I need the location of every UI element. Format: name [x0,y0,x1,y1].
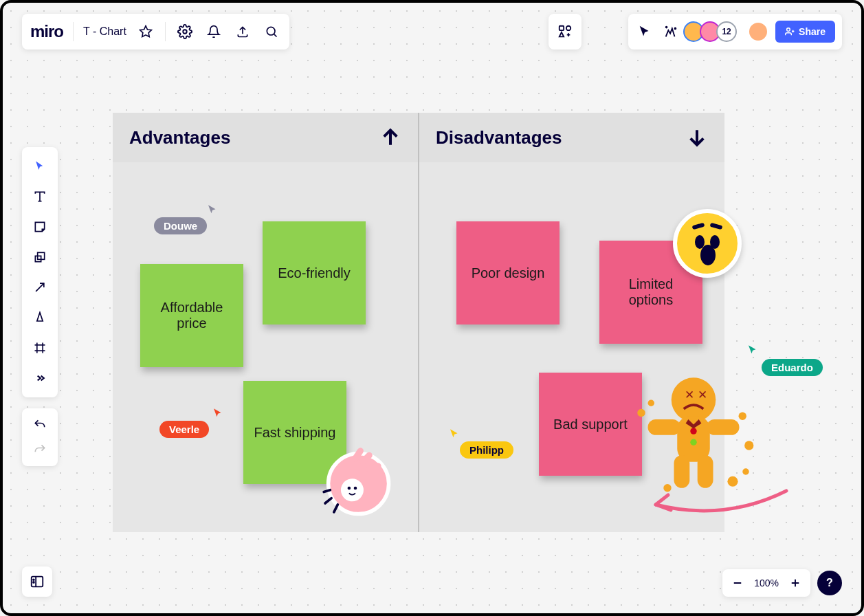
drawn-arrow[interactable] [642,484,793,525]
help-button[interactable]: ? [817,571,842,595]
svg-point-11 [675,28,676,30]
svg-point-10 [666,27,667,28]
text-tool[interactable] [26,183,54,210]
svg-point-6 [566,26,571,30]
zoom-level[interactable]: 100% [754,578,779,588]
redo-button[interactable] [26,437,54,462]
arrow-tool[interactable] [26,274,54,301]
cursor-pointer-icon [746,344,759,359]
select-tool[interactable] [26,153,54,180]
svg-marker-7 [560,32,564,36]
left-toolbar [22,147,58,397]
svg-rect-35 [698,455,713,488]
reactions-icon[interactable] [661,22,680,41]
participant-avatars[interactable]: 12 [687,21,737,42]
search-icon[interactable] [262,22,281,41]
miro-logo[interactable]: miro [30,22,63,41]
zoom-out-button[interactable] [728,573,747,593]
export-icon[interactable] [233,22,252,41]
zoom-control: 100% [722,569,810,597]
svg-text:✕: ✕ [698,388,707,402]
svg-point-46 [742,468,749,475]
cursor-pointer-icon [448,428,461,443]
wow-emoji-sticker[interactable] [673,209,742,278]
svg-point-28 [348,487,351,490]
ok-hand-sticker[interactable] [318,443,393,518]
divider [165,22,166,41]
cursor-mode-icon[interactable] [635,22,654,41]
cursor-veerle: Veerle [159,421,209,438]
svg-point-49 [33,579,34,580]
undo-redo-panel [22,408,58,466]
avatar-self[interactable] [748,21,768,42]
disadvantages-label: Disadvantages [436,127,562,148]
svg-point-12 [787,28,790,32]
svg-point-50 [33,582,34,583]
sticky-poor-design[interactable]: Poor design [456,221,560,324]
svg-point-27 [341,478,364,501]
apps-button[interactable] [549,14,581,50]
svg-text:✕: ✕ [685,388,694,402]
share-button[interactable]: Share [775,21,835,43]
disadvantages-header[interactable]: Disadvantages [419,113,724,162]
pen-tool[interactable] [26,304,54,331]
svg-point-1 [183,30,187,34]
divider [73,22,74,41]
cursor-eduardo: Eduardo [762,359,823,376]
svg-line-19 [36,283,44,292]
star-icon[interactable] [136,22,155,41]
cursor-douwe: Douwe [154,217,207,234]
svg-marker-0 [140,26,152,37]
gingerbread-sticker[interactable]: ✕ ✕ [628,367,759,498]
svg-point-39 [690,439,697,446]
sticky-eco-friendly[interactable]: Eco-friendly [263,221,366,324]
svg-point-29 [354,487,357,490]
svg-line-4 [274,34,277,37]
board-title[interactable]: T - Chart [83,25,126,38]
settings-icon[interactable] [175,22,195,41]
zoom-in-button[interactable] [786,573,805,593]
cursor-philipp: Philipp [460,441,513,459]
svg-point-40 [637,409,645,417]
arrow-up-icon [379,126,401,148]
svg-point-43 [744,441,753,450]
arrow-down-icon [686,126,708,148]
sticky-tool[interactable] [26,213,54,241]
cursor-pointer-icon [206,204,219,219]
frame-tool[interactable] [26,334,54,362]
undo-button[interactable] [26,412,54,437]
more-tools[interactable] [26,364,54,392]
advantages-label: Advantages [129,127,230,148]
svg-point-3 [267,27,275,35]
svg-rect-5 [560,26,564,30]
topbar-right: 12 Share [628,14,842,50]
svg-point-42 [739,412,746,420]
cursor-pointer-icon [212,407,224,422]
advantages-header[interactable]: Advantages [113,113,418,162]
bottom-right-controls: 100% ? [722,569,842,597]
svg-rect-32 [648,419,681,435]
sticky-affordable-price[interactable]: Affordable price [140,264,243,367]
bell-icon[interactable] [204,22,223,41]
avatar-count[interactable]: 12 [716,21,737,42]
sticky-bad-support[interactable]: Bad support [539,373,642,476]
svg-rect-33 [707,419,740,435]
svg-point-38 [690,428,697,434]
svg-rect-34 [674,455,690,488]
topbar-left: miro T - Chart [22,14,289,50]
svg-point-41 [648,400,655,407]
share-label: Share [799,26,826,37]
shape-tool[interactable] [26,243,54,271]
sidebar-toggle[interactable] [22,566,52,597]
